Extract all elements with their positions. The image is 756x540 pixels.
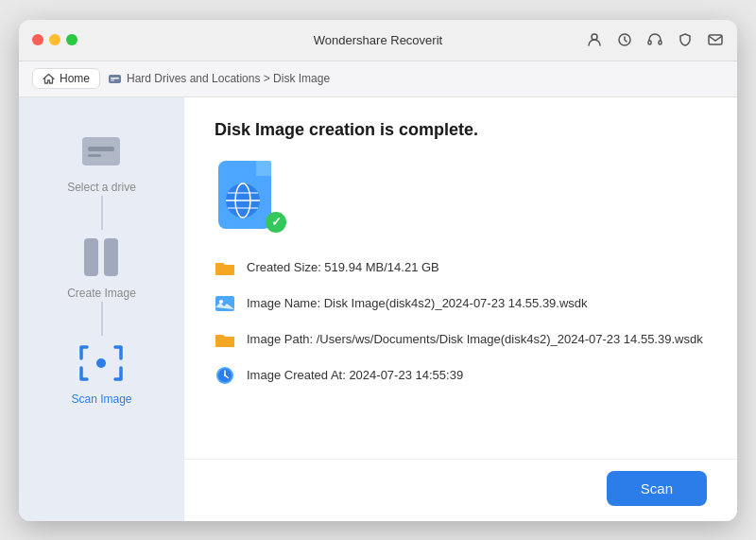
account-icon[interactable]	[586, 31, 603, 48]
info-list: Created Size: 519.94 MB/14.21 GB Image N…	[215, 257, 707, 386]
main-area: Select a drive Create Image	[19, 97, 737, 521]
maximize-button[interactable]	[66, 34, 77, 45]
history-icon[interactable]	[616, 31, 633, 48]
footer: Scan	[184, 459, 737, 521]
svg-rect-6	[111, 78, 119, 79]
image-path-text: Image Path: /Users/ws/Documents/Disk Ima…	[247, 332, 703, 346]
svg-rect-7	[111, 79, 114, 80]
scan-image-icon	[76, 338, 127, 389]
app-window: Wondershare Recoverit	[19, 20, 737, 521]
svg-rect-12	[104, 238, 118, 276]
scan-image-label: Scan Image	[71, 392, 131, 406]
connector-2	[101, 302, 103, 336]
select-drive-label: Select a drive	[67, 181, 136, 194]
minimize-button[interactable]	[49, 34, 60, 45]
svg-rect-9	[88, 147, 114, 151]
svg-rect-10	[88, 154, 101, 157]
app-title: Wondershare Recoverit	[314, 33, 442, 47]
svg-rect-15	[256, 161, 271, 176]
image-name-text: Image Name: Disk Image(disk4s2)_2024-07-…	[247, 296, 588, 310]
titlebar: Wondershare Recoverit	[19, 20, 737, 61]
disk-icon	[108, 72, 122, 86]
sidebar-step-create-image: Create Image	[67, 232, 136, 300]
svg-rect-24	[215, 337, 234, 346]
image-icon-name	[215, 293, 235, 314]
page-title: Disk Image creation is complete.	[215, 120, 707, 140]
svg-rect-21	[215, 265, 234, 274]
sidebar: Select a drive Create Image	[19, 97, 184, 521]
scan-button[interactable]: Scan	[607, 471, 707, 506]
file-preview: ✓	[215, 159, 707, 235]
info-item-image-path: Image Path: /Users/ws/Documents/Disk Ima…	[215, 329, 707, 350]
traffic-lights	[32, 34, 77, 45]
shield-icon[interactable]	[677, 31, 694, 48]
home-icon	[43, 73, 55, 85]
select-drive-icon	[76, 126, 127, 177]
main-content: Disk Image creation is complete.	[184, 97, 737, 459]
titlebar-actions	[586, 31, 724, 48]
breadcrumb: Hard Drives and Locations > Disk Image	[108, 72, 330, 86]
info-item-image-name: Image Name: Disk Image(disk4s2)_2024-07-…	[215, 293, 707, 314]
sidebar-step-scan-image: Scan Image	[71, 338, 131, 406]
connector-1	[101, 196, 103, 230]
folder-icon-size	[215, 257, 235, 278]
sidebar-step-select-drive: Select a drive	[67, 126, 136, 194]
image-created-text: Image Created At: 2024-07-23 14:55:39	[247, 368, 463, 382]
completion-checkmark: ✓	[266, 212, 286, 233]
folder-icon-path	[215, 329, 235, 350]
create-image-label: Create Image	[67, 287, 136, 300]
svg-rect-2	[648, 41, 651, 44]
headset-icon[interactable]	[646, 31, 663, 48]
created-size-text: Created Size: 519.94 MB/14.21 GB	[247, 260, 439, 274]
content-area: Disk Image creation is complete.	[184, 97, 737, 521]
info-item-image-created: Image Created At: 2024-07-23 14:55:39	[215, 365, 707, 386]
mail-icon[interactable]	[707, 31, 724, 48]
svg-point-13	[96, 358, 106, 368]
svg-rect-3	[659, 41, 662, 44]
home-button[interactable]: Home	[32, 68, 100, 89]
svg-rect-11	[84, 238, 98, 276]
close-button[interactable]	[32, 34, 43, 45]
svg-rect-4	[709, 35, 722, 44]
svg-point-0	[592, 34, 597, 40]
navbar: Home Hard Drives and Locations > Disk Im…	[19, 61, 737, 97]
svg-point-29	[224, 375, 226, 376]
clock-icon-created	[215, 365, 235, 386]
file-icon-wrapper: ✓	[215, 159, 283, 235]
info-item-created-size: Created Size: 519.94 MB/14.21 GB	[215, 257, 707, 278]
create-image-icon	[76, 232, 127, 283]
